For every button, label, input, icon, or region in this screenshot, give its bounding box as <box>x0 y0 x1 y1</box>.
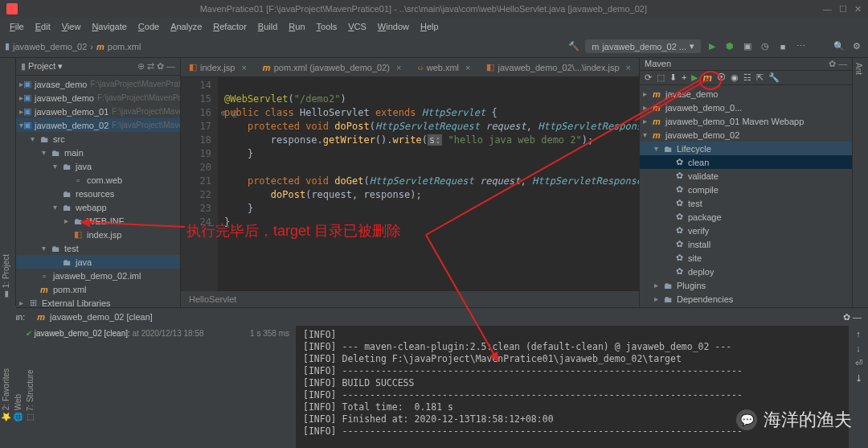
wrench-icon[interactable]: 🔧 <box>768 72 780 83</box>
tree-item-WEB-INF[interactable]: ▸🖿WEB-INF <box>16 214 180 228</box>
toggle-offline-icon[interactable]: ⦿ <box>717 72 726 82</box>
menu-run[interactable]: Run <box>284 20 309 33</box>
project-tree[interactable]: ▸▣javase_demoF:\javaProject\MavenPratice… <box>16 76 180 307</box>
coverage-icon[interactable]: ▣ <box>741 40 754 53</box>
maven-item-package[interactable]: ✿package <box>640 210 852 224</box>
tree-item-java[interactable]: ▾🖿java <box>16 159 180 173</box>
tree-item-resources[interactable]: 🖿resources <box>16 187 180 200</box>
maven-item-clean[interactable]: ✿clean <box>640 155 852 169</box>
menu-analyze[interactable]: Analyze <box>166 20 207 33</box>
menu-edit[interactable]: Edit <box>31 20 55 33</box>
toggle-skip-icon[interactable]: ◉ <box>731 72 739 83</box>
run-history[interactable]: ✔ javaweb_demo_02 [clean]: at 2020/12/13… <box>19 326 297 448</box>
maven-item-compile[interactable]: ✿compile <box>640 183 852 196</box>
search-icon[interactable]: 🔍 <box>833 40 845 53</box>
menu-navigate[interactable]: Navigate <box>87 20 131 33</box>
menu-view[interactable]: View <box>57 20 86 33</box>
tree-item-index-jsp[interactable]: ◧index.jsp <box>16 228 180 241</box>
maven-item-javase_demo[interactable]: ▸mjavase_demo <box>640 87 852 101</box>
favorites-tab[interactable]: ⭐ 2: Favorites <box>0 309 12 427</box>
menu-help[interactable]: Help <box>416 20 444 33</box>
run-config-name: javaweb_demo_02 [clean] <box>50 312 153 322</box>
tree-item-webapp[interactable]: ▾🖿webapp <box>16 200 180 214</box>
run-panel-settings[interactable]: ✿ — <box>843 312 862 323</box>
tree-item-javaweb_demo_02-iml[interactable]: ▫javaweb_demo_02.iml <box>16 269 180 282</box>
editor-tabs[interactable]: ◧ index.jsp×m pom.xml (javaweb_demo_02)×… <box>181 58 639 77</box>
debug-icon[interactable]: ⬢ <box>723 40 736 53</box>
tree-item-javaweb_demo[interactable]: ▸▣javaweb_demoF:\javaProject\MavenPra... <box>16 91 180 105</box>
tree-item-test[interactable]: ▾🖿test <box>16 241 180 255</box>
menu-vcs[interactable]: VCS <box>343 20 371 33</box>
collapse-icon[interactable]: ⇱ <box>756 72 764 83</box>
project-tool-tab[interactable]: ▮ 1: Project <box>0 61 12 304</box>
maven-item-javaweb_demo_01-Maven-Webapp[interactable]: ▸mjavaweb_demo_01 Maven Webapp <box>640 114 852 128</box>
maven-item-Lifecycle[interactable]: ▾🖿Lifecycle <box>640 142 852 155</box>
maven-panel-settings[interactable]: ✿ — <box>829 59 847 69</box>
tree-item-src[interactable]: ▾🖿src <box>16 132 180 146</box>
editor-tab[interactable]: ‹› web.xml× <box>409 60 478 76</box>
tree-item-java[interactable]: 🖿java <box>16 255 180 269</box>
project-panel-tools[interactable]: ⊕ ⇄ ✿ — <box>137 61 175 72</box>
maven-item-Plugins[interactable]: ▸🖿Plugins <box>640 278 852 292</box>
down-icon[interactable]: ↓ <box>856 343 861 353</box>
folder-icon: ▮ <box>5 41 10 51</box>
tree-item-com-web[interactable]: ▫com.web <box>16 173 180 187</box>
more-icon[interactable]: ⋯ <box>794 40 807 53</box>
maven-toolbar[interactable]: ⟳ ⬚ ⬇ + ▶ m ⦿ ◉ ☷ ⇱ 🔧 <box>640 71 852 85</box>
menu-code[interactable]: Code <box>133 20 164 33</box>
editor-tab[interactable]: ◧ index.jsp× <box>181 59 255 76</box>
profile-icon[interactable]: ◷ <box>759 40 772 53</box>
database-tab[interactable]: Database <box>865 58 868 307</box>
run-icon[interactable]: ▶ <box>706 40 719 53</box>
maven-item-site[interactable]: ✿site <box>640 251 852 265</box>
maven-item-test[interactable]: ✿test <box>640 196 852 210</box>
code-editor[interactable]: @WebServlet("/demo2") public class Hello… <box>218 77 639 291</box>
project-panel-title: ▮ Project ▾ <box>21 61 137 72</box>
breadcrumb[interactable]: ▮ javaweb_demo_02 › m pom.xml <box>5 41 141 51</box>
editor-tab[interactable]: ◧ javaweb_demo_02\...\index.jsp× <box>478 59 638 76</box>
tree-item-javaweb_demo_02[interactable]: ▾▣javaweb_demo_02F:\javaProject\MavenPra… <box>16 118 180 132</box>
left-tool-stripe: ▮ 1: Project <box>0 58 16 307</box>
window-controls[interactable]: — ☐ ✕ <box>823 4 862 14</box>
tree-item-main[interactable]: ▾🖿main <box>16 146 180 159</box>
web-tab[interactable]: 🌐 Web <box>12 309 24 427</box>
execute-goal-icon[interactable]: ▶ <box>691 72 698 83</box>
menu-tools[interactable]: Tools <box>312 20 342 33</box>
menu-window[interactable]: Window <box>373 20 414 33</box>
ant-tab[interactable]: Ant <box>853 58 865 307</box>
maven-tree[interactable]: ▸mjavase_demo▸mjavaweb_demo_0...▸mjavawe… <box>640 85 852 307</box>
maven-panel-title: Maven <box>645 59 829 68</box>
wechat-icon: 💬 <box>736 409 757 430</box>
menu-refactor[interactable]: Refactor <box>208 20 252 33</box>
add-icon[interactable]: + <box>682 72 686 82</box>
up-icon[interactable]: ↑ <box>856 329 861 339</box>
tree-item-javaweb_demo_01[interactable]: ▸▣javaweb_demo_01F:\javaProject\MavenPra… <box>16 105 180 118</box>
generate-icon[interactable]: ⬚ <box>657 72 665 83</box>
tree-item-External-Libraries[interactable]: ▸⊞External Libraries <box>16 296 180 307</box>
tree-item-javase_demo[interactable]: ▸▣javase_demoF:\javaProject\MavenPratice… <box>16 77 180 91</box>
maven-item-verify[interactable]: ✿verify <box>640 224 852 237</box>
maven-item-deploy[interactable]: ✿deploy <box>640 265 852 278</box>
build-icon[interactable]: 🔨 <box>567 40 580 53</box>
maven-item-validate[interactable]: ✿validate <box>640 169 852 183</box>
download-icon[interactable]: ⬇ <box>669 72 677 83</box>
show-deps-icon[interactable]: ☷ <box>743 72 751 83</box>
maven-item-install[interactable]: ✿install <box>640 237 852 251</box>
stop-icon[interactable]: ■ <box>776 40 789 53</box>
breadcrumb-module[interactable]: javaweb_demo_02 <box>13 42 87 51</box>
soft-wrap-icon[interactable]: ⏎ <box>855 358 862 368</box>
editor-tab[interactable]: m pom.xml (javaweb_demo_02)× <box>255 60 410 76</box>
maven-item-Dependencies[interactable]: ▸🖿Dependencies <box>640 292 852 306</box>
menu-file[interactable]: File <box>5 20 29 33</box>
maven-item-javaweb_demo_02[interactable]: ▾mjavaweb_demo_02 <box>640 128 852 142</box>
tree-item-pom-xml[interactable]: mpom.xml <box>16 282 180 296</box>
menu-build[interactable]: Build <box>253 20 282 33</box>
structure-tab[interactable]: ⬚ 7: Structure <box>24 309 36 427</box>
editor-breadcrumb[interactable]: HelloServlet <box>181 291 639 307</box>
scroll-icon[interactable]: ⤓ <box>855 373 862 384</box>
run-config-selector[interactable]: mjavaweb_demo_02 ... ▾ <box>585 39 701 53</box>
breadcrumb-file[interactable]: pom.xml <box>108 42 141 51</box>
reload-icon[interactable]: ⟳ <box>645 72 652 83</box>
settings-icon[interactable]: ⚙ <box>850 40 863 53</box>
maven-item-javaweb_demo_0---[interactable]: ▸mjavaweb_demo_0... <box>640 101 852 114</box>
